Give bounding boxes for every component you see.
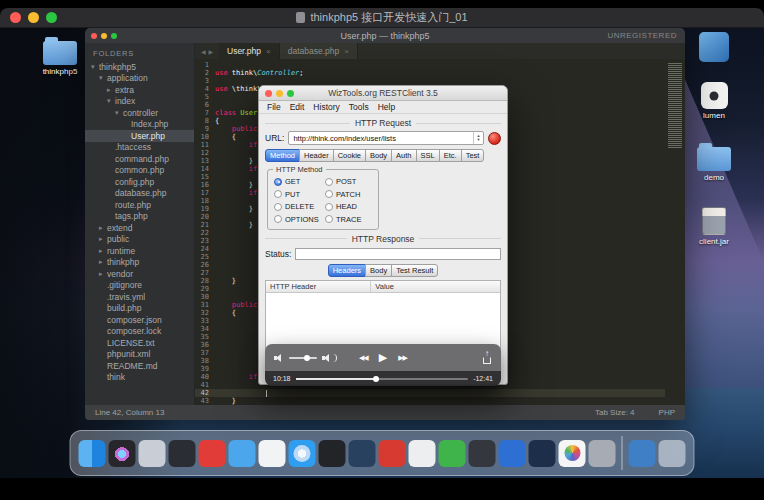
method-radio-head[interactable]: HEAD [325, 202, 372, 211]
language-indicator[interactable]: PHP [659, 408, 675, 417]
sidebar-item-composer.json[interactable]: composer.json [85, 314, 194, 326]
sidebar-item-common.php[interactable]: common.php [85, 165, 194, 177]
tab-database.php[interactable]: database.php× [280, 43, 358, 59]
close-icon[interactable]: × [266, 47, 271, 56]
request-tab-auth[interactable]: Auth [391, 149, 416, 162]
request-tab-cookie[interactable]: Cookie [333, 149, 366, 162]
response-tab-body[interactable]: Body [365, 264, 392, 277]
volume-slider[interactable] [289, 357, 317, 359]
sidebar-item-readme.md[interactable]: README.md [85, 360, 194, 372]
sidebar-item-runtime[interactable]: ▸runtime [85, 245, 194, 257]
method-radio-put[interactable]: PUT [274, 190, 321, 199]
sidebar-item-phpunit.xml[interactable]: phpunit.xml [85, 349, 194, 361]
minimize-button[interactable] [276, 90, 283, 97]
sidebar-item-index.php[interactable]: Index.php [85, 119, 194, 131]
sidebar-item-public[interactable]: ▸public [85, 234, 194, 246]
tab-nav-forward-icon[interactable]: ▶ [209, 48, 214, 55]
menu-help[interactable]: Help [378, 102, 395, 112]
dock-icon-app-dark-1[interactable] [169, 440, 196, 467]
go-button[interactable] [488, 132, 501, 145]
table-header-http-header[interactable]: HTTP Header [266, 281, 371, 292]
dock-icon-finder[interactable] [79, 440, 106, 467]
sidebar-item-tags.php[interactable]: tags.php [85, 211, 194, 223]
sidebar-item-thinkphp5[interactable]: ▾thinkphp5 [85, 61, 194, 73]
play-button[interactable]: ▶ [379, 351, 387, 364]
restclient-titlebar[interactable]: WizTools.org RESTClient 3.5 [259, 86, 507, 101]
volume-knob[interactable] [304, 355, 310, 361]
sidebar-item-think[interactable]: think [85, 372, 194, 384]
dock-icon-launchpad[interactable] [139, 440, 166, 467]
seek-slider[interactable] [296, 378, 469, 380]
sidebar-item-extra[interactable]: ▸extra [85, 84, 194, 96]
request-tab-etc[interactable]: Etc. [439, 149, 462, 162]
desktop-icon-demo[interactable]: demo [688, 142, 740, 182]
response-tab-headers[interactable]: Headers [328, 264, 366, 277]
request-tab-ssl[interactable]: SSL [416, 149, 440, 162]
minimap[interactable] [665, 59, 685, 405]
sidebar-item-extend[interactable]: ▸extend [85, 222, 194, 234]
desktop-icon-thinkphp5[interactable]: thinkphp5 [34, 36, 86, 76]
method-radio-trace[interactable]: TRACE [325, 215, 372, 224]
dock-icon-app-dark-navy[interactable] [529, 440, 556, 467]
menu-history[interactable]: History [313, 102, 339, 112]
rewind-button[interactable]: ◀◀ [359, 354, 368, 362]
sidebar-item-index[interactable]: ▾index [85, 96, 194, 108]
zoom-button[interactable] [46, 12, 57, 23]
close-icon[interactable]: × [344, 47, 349, 56]
sidebar-item-vendor[interactable]: ▸vendor [85, 268, 194, 280]
sidebar-item-build.php[interactable]: build.php [85, 303, 194, 315]
fast-forward-button[interactable]: ▶▶ [398, 354, 407, 362]
dock-icon-downloads-folder[interactable] [629, 440, 656, 467]
desktop-icon-app-box[interactable] [688, 32, 740, 62]
minimize-button[interactable] [101, 33, 107, 39]
sidebar-item-controller[interactable]: ▾controller [85, 107, 194, 119]
method-radio-get[interactable]: GET [274, 177, 321, 186]
dock-icon-app-blue-2[interactable] [499, 440, 526, 467]
sidebar-item-route.php[interactable]: route.php [85, 199, 194, 211]
response-tab-test-result[interactable]: Test Result [391, 264, 438, 277]
sidebar-item-.gitignore[interactable]: .gitignore [85, 280, 194, 292]
dock-icon-system-preferences[interactable] [589, 440, 616, 467]
sidebar-item-config.php[interactable]: config.php [85, 176, 194, 188]
dock-icon-safari[interactable] [289, 440, 316, 467]
dock-icon-app-crimson[interactable] [379, 440, 406, 467]
sidebar-item-application[interactable]: ▾application [85, 73, 194, 85]
sidebar-item-database.php[interactable]: database.php [85, 188, 194, 200]
method-radio-post[interactable]: POST [325, 177, 372, 186]
zoom-button[interactable] [111, 33, 117, 39]
url-combobox[interactable]: http://think.com/index/user/lists ▲ ▼ [288, 131, 484, 145]
sidebar-item-thinkphp[interactable]: ▸thinkphp [85, 257, 194, 269]
response-status-field[interactable] [295, 248, 501, 260]
request-tab-method[interactable]: Method [265, 149, 300, 162]
dock-icon-app-navy[interactable] [349, 440, 376, 467]
dock-icon-trash[interactable] [659, 440, 686, 467]
desktop-icon-lumen[interactable]: lumen [688, 82, 740, 120]
dock-icon-app-dark-2[interactable] [319, 440, 346, 467]
dock-icon-app-white-2[interactable] [409, 440, 436, 467]
sidebar-item-.travis.yml[interactable]: .travis.yml [85, 291, 194, 303]
close-button[interactable] [91, 33, 97, 39]
combo-arrows-icon[interactable]: ▲ ▼ [473, 132, 483, 144]
sidebar-item-.htaccess[interactable]: .htaccess [85, 142, 194, 154]
dock-icon-app-dark-3[interactable] [469, 440, 496, 467]
minimize-button[interactable] [28, 12, 39, 23]
seek-knob[interactable] [373, 376, 379, 382]
tab-size-indicator[interactable]: Tab Size: 4 [595, 408, 635, 417]
request-tab-header[interactable]: Header [299, 149, 334, 162]
dock-icon-app-red[interactable] [199, 440, 226, 467]
desktop-icon-client-jar[interactable]: client.jar [688, 207, 740, 246]
zoom-button[interactable] [287, 90, 294, 97]
sublime-titlebar[interactable]: User.php — thinkphp5 UNREGISTERED [85, 28, 685, 43]
close-button[interactable] [265, 90, 272, 97]
method-radio-delete[interactable]: DELETE [274, 202, 321, 211]
sidebar-item-composer.lock[interactable]: composer.lock [85, 326, 194, 338]
dock-icon-siri[interactable] [109, 440, 136, 467]
share-button[interactable]: ↑ [482, 352, 492, 364]
sidebar-item-license.txt[interactable]: LICENSE.txt [85, 337, 194, 349]
mute-button[interactable] [274, 353, 284, 363]
menu-edit[interactable]: Edit [290, 102, 305, 112]
dock-icon-photos[interactable] [559, 440, 586, 467]
request-tab-test[interactable]: Test [461, 149, 485, 162]
dock-icon-app-blue-1[interactable] [229, 440, 256, 467]
sidebar-item-user.php[interactable]: User.php [85, 130, 194, 142]
